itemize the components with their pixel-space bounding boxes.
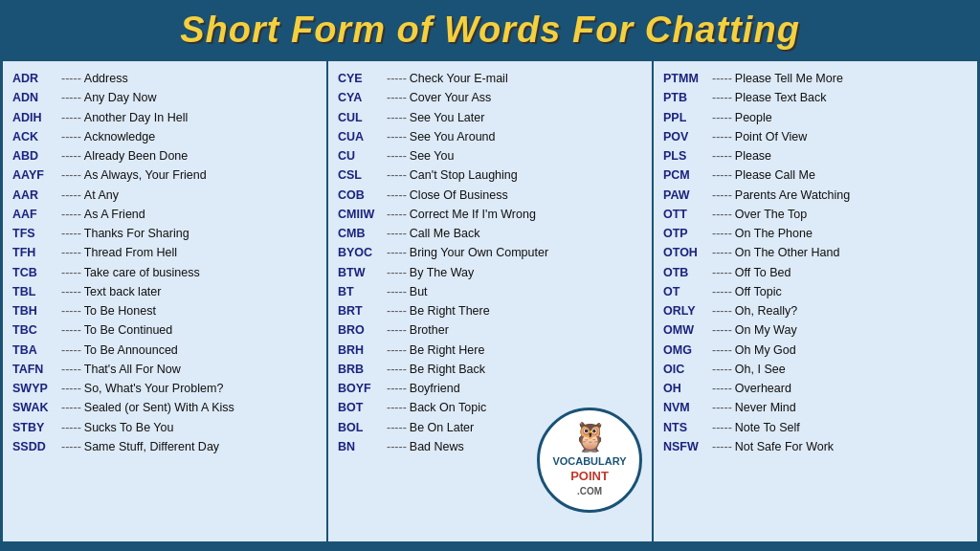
abbreviation: ABD (12, 146, 58, 165)
definition: Oh, Really? (735, 301, 797, 320)
list-item: ADR ----- Address (12, 69, 317, 88)
separator: ----- (712, 437, 732, 456)
separator: ----- (712, 301, 732, 320)
abbreviation: BYOC (338, 243, 384, 262)
list-item: CSL ----- Can't Stop Laughing (338, 165, 642, 185)
definition: On The Other Hand (735, 243, 840, 262)
definition: But (410, 282, 428, 301)
separator: ----- (61, 360, 81, 379)
definition: Another Day In Hell (84, 108, 188, 127)
definition: Brother (410, 320, 449, 340)
separator: ----- (61, 88, 81, 107)
abbreviation: BT (338, 282, 384, 301)
definition: Sucks To Be You (84, 418, 174, 437)
list-item: BRH ----- Be Right Here (338, 341, 642, 360)
abbreviation: BOYF (338, 379, 384, 398)
list-item: TBL ----- Text back later (12, 282, 317, 301)
list-item: AAF ----- As A Friend (12, 205, 317, 224)
separator: ----- (712, 379, 732, 398)
abbreviation: CMB (338, 224, 384, 243)
abbreviation: TBL (12, 282, 58, 301)
definition: Please Call Me (735, 165, 815, 185)
logo-icon: 🦉 (572, 423, 608, 452)
abbreviation: SSDD (12, 437, 58, 456)
abbreviation: OTP (663, 224, 709, 243)
list-item: CYE ----- Check Your E-mail (338, 69, 642, 88)
definition: Never Mind (735, 398, 796, 417)
definition: To Be Announced (84, 341, 178, 360)
abbreviation: CSL (338, 165, 384, 185)
separator: ----- (712, 224, 732, 243)
list-item: PTMM ----- Please Tell Me More (663, 69, 968, 88)
definition: See You Around (410, 127, 496, 146)
separator: ----- (387, 263, 407, 282)
abbreviation: ACK (12, 127, 58, 146)
abbreviation: TBA (12, 341, 58, 360)
abbreviation: PLS (663, 146, 709, 165)
abbreviation: TBH (12, 301, 58, 320)
definition: That's All For Now (84, 360, 181, 379)
list-item: CMB ----- Call Me Back (338, 224, 642, 243)
column-1: ADR ----- AddressADN ----- Any Day NowAD… (3, 61, 328, 541)
definition: By The Way (410, 263, 474, 282)
list-item: ABD ----- Already Been Done (12, 146, 317, 165)
abbreviation: POV (663, 127, 709, 146)
separator: ----- (61, 437, 81, 456)
list-item: BRT ----- Be Right There (338, 301, 642, 320)
separator: ----- (387, 437, 407, 456)
abbreviation: TAFN (12, 360, 58, 379)
separator: ----- (387, 146, 407, 165)
list-item: OTB ----- Off To Bed (663, 263, 968, 282)
separator: ----- (61, 127, 81, 146)
abbreviation: PPL (663, 108, 709, 127)
separator: ----- (387, 418, 407, 437)
separator: ----- (61, 186, 81, 205)
separator: ----- (61, 379, 81, 398)
separator: ----- (61, 243, 81, 262)
definition: Back On Topic (410, 398, 486, 417)
abbreviation: BRH (338, 341, 384, 360)
list-item: STBY ----- Sucks To Be You (12, 418, 317, 437)
list-item: COB ----- Close Of Business (338, 186, 642, 205)
definition: As A Friend (84, 205, 145, 224)
list-item: PAW ----- Parents Are Watching (663, 186, 968, 205)
list-item: CU ----- See You (338, 146, 642, 165)
list-item: BTW ----- By The Way (338, 263, 642, 282)
list-item: OTP ----- On The Phone (663, 224, 968, 243)
separator: ----- (712, 418, 732, 437)
definition: At Any (84, 186, 119, 205)
abbreviation: PCM (663, 165, 709, 185)
definition: Call Me Back (410, 224, 480, 243)
abbreviation: OT (663, 282, 709, 301)
list-item: CUL ----- See You Later (338, 108, 642, 127)
abbreviation: PAW (663, 186, 709, 205)
separator: ----- (61, 418, 81, 437)
abbreviation: AAF (12, 205, 58, 224)
separator: ----- (712, 127, 732, 146)
abbreviation: ADIH (12, 108, 58, 127)
separator: ----- (387, 282, 407, 301)
abbreviation: AAYF (12, 165, 58, 185)
definition: Please Tell Me More (735, 69, 843, 88)
abbreviation: CYA (338, 88, 384, 107)
definition: Please (735, 146, 771, 165)
definition: Oh My God (735, 341, 796, 360)
separator: ----- (387, 341, 407, 360)
abbreviation: AAR (12, 186, 58, 205)
separator: ----- (61, 205, 81, 224)
abbreviation: BRT (338, 301, 384, 320)
separator: ----- (387, 398, 407, 417)
abbreviation: NTS (663, 418, 709, 437)
definition: To Be Honest (84, 301, 156, 320)
list-item: PPL ----- People (663, 108, 968, 127)
list-item: NTS ----- Note To Self (663, 418, 968, 437)
list-item: ORLY ----- Oh, Really? (663, 301, 968, 320)
abbreviation: CU (338, 146, 384, 165)
definition: See You (410, 146, 455, 165)
separator: ----- (712, 108, 732, 127)
definition: Be Right Here (410, 341, 485, 360)
list-item: POV ----- Point Of View (663, 127, 968, 146)
abbreviation: OMW (663, 320, 709, 340)
list-item: PCM ----- Please Call Me (663, 165, 968, 185)
definition: So, What's Your Problem? (84, 379, 224, 398)
